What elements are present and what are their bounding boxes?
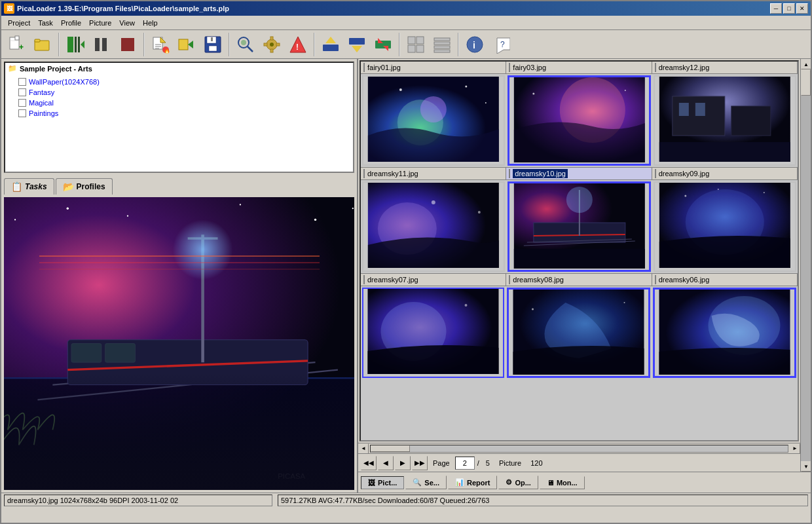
tab-tasks[interactable]: 📋 Tasks (4, 178, 54, 195)
thumb-dreamsky12[interactable] (654, 75, 796, 166)
thumb-fairy03[interactable] (507, 75, 652, 166)
thumb-dreamsky10-selected[interactable] (507, 181, 652, 272)
minimize-button[interactable]: ─ (770, 3, 782, 14)
status-right-text: 5971.27KB AVG:47.77KB/sec Downloaded:60/… (281, 496, 489, 504)
h-scroll-thumb[interactable] (371, 445, 410, 452)
save-button[interactable] (200, 32, 225, 57)
preview-area: PICASA (4, 197, 354, 490)
menu-profile[interactable]: Profile (57, 18, 85, 28)
tree-item-wallpaper[interactable]: WallPaper(1024X768) (8, 77, 350, 87)
upload-button[interactable] (318, 32, 343, 57)
restore-button[interactable]: □ (783, 3, 795, 14)
preview-image: PICASA (4, 197, 354, 490)
svg-rect-50 (434, 46, 450, 48)
thumb-dreamsky07[interactable] (362, 288, 504, 378)
svg-marker-9 (81, 41, 84, 48)
svg-text:!: ! (296, 43, 299, 52)
thumb-header-1-label: fairy03.jpg (513, 64, 546, 71)
bottom-tab-monitor[interactable]: 🖥 Mon... (540, 476, 585, 489)
v-scroll-down[interactable]: ▼ (801, 461, 811, 472)
menu-view[interactable]: View (115, 18, 139, 28)
profiles-tab-icon: 📂 (63, 181, 74, 192)
current-page-input[interactable] (455, 457, 475, 470)
svg-rect-48 (434, 38, 450, 41)
list-view-button[interactable] (430, 32, 454, 57)
svg-rect-41 (375, 41, 391, 48)
run-button[interactable] (63, 32, 88, 57)
svg-rect-51 (434, 50, 450, 52)
first-page-button[interactable]: ◀◀ (361, 456, 377, 470)
v-scroll-track[interactable] (801, 69, 811, 461)
svg-rect-62 (71, 344, 101, 363)
info-button[interactable]: i (462, 32, 487, 57)
tab-profiles[interactable]: 📂 Profiles (56, 178, 113, 195)
bottom-tab-pictures-icon: 🖼 (368, 479, 375, 487)
svg-rect-63 (105, 344, 136, 363)
svg-point-28 (241, 40, 246, 45)
svg-rect-88 (731, 106, 771, 136)
open-project-button[interactable] (30, 32, 55, 57)
bottom-tab-report[interactable]: 📊 Report (448, 476, 497, 489)
grid-view-button[interactable] (403, 32, 428, 57)
svg-point-104 (718, 189, 719, 190)
v-scroll-up[interactable]: ▲ (801, 59, 811, 69)
svg-rect-37 (323, 45, 339, 51)
download-button[interactable] (344, 32, 369, 57)
svg-marker-38 (325, 37, 336, 43)
profiles-tab-label: Profiles (77, 182, 105, 191)
edit-button[interactable]: 🔥 (148, 32, 173, 57)
search-button[interactable] (233, 32, 258, 57)
thumb-dreamsky08[interactable] (507, 288, 650, 378)
move-button[interactable] (174, 32, 199, 57)
h-scroll-right[interactable]: ► (790, 443, 800, 454)
settings-button[interactable] (259, 32, 284, 57)
tree-root[interactable]: 📁 Sample Project - Arts (5, 63, 353, 74)
svg-rect-32 (270, 49, 273, 52)
toolbar-sep-4 (314, 33, 315, 56)
checkbox-fantasy[interactable] (18, 88, 26, 96)
title-bar-controls: ─ □ ✕ (770, 3, 808, 14)
thumb-dreamsky09[interactable] (654, 181, 796, 272)
prev-page-button[interactable]: ◀ (378, 456, 394, 470)
thumb-area: fairy01.jpg fairy03.jpg dreamsky12.jpg (360, 60, 799, 441)
window-title: PicaLoader 1.39-E:\Program Files\PicaLoa… (17, 5, 229, 12)
svg-rect-87 (695, 103, 705, 116)
tree-item-fantasy[interactable]: Fantasy (8, 87, 350, 98)
checkbox-wallpaper[interactable] (18, 78, 26, 86)
last-page-button[interactable]: ▶▶ (412, 456, 428, 470)
tree-item-magical-label: Magical (29, 99, 54, 107)
bottom-tab-pictures[interactable]: 🖼 Pict... (361, 476, 404, 489)
thumb-header-2: dreamsky12.jpg (652, 62, 798, 73)
v-scroll-thumb[interactable] (801, 69, 811, 96)
h-scrollbar[interactable] (370, 445, 788, 453)
menu-project[interactable]: Project (4, 18, 34, 28)
menu-help[interactable]: Help (139, 18, 162, 28)
checkbox-magical[interactable] (18, 99, 26, 107)
checkbox-paintings[interactable] (18, 109, 26, 117)
tree-item-paintings[interactable]: Paintings (8, 108, 350, 119)
help-button[interactable]: ? (489, 32, 513, 57)
stop-button[interactable] (115, 32, 140, 57)
svg-point-70 (127, 215, 128, 217)
thumb-fairy01[interactable] (362, 75, 505, 166)
next-page-button[interactable]: ▶ (395, 456, 411, 470)
thumb-dreamsky06[interactable] (653, 288, 796, 378)
h-scroll-left[interactable]: ◄ (358, 443, 369, 454)
new-project-button[interactable]: + (4, 32, 29, 57)
svg-point-71 (240, 204, 241, 205)
close-button[interactable]: ✕ (796, 3, 808, 14)
delete-button[interactable]: ! (286, 32, 310, 57)
preview-svg: PICASA (4, 197, 354, 490)
svg-point-91 (432, 200, 435, 204)
tasks-tab-icon: 📋 (11, 181, 22, 192)
menu-task[interactable]: Task (34, 18, 57, 28)
bottom-tab-search[interactable]: 🔍 Se... (405, 476, 447, 489)
bottom-tab-options[interactable]: ⚙ Op... (498, 476, 538, 489)
left-panel: 📁 Sample Project - Arts WallPaper(1024X7… (1, 59, 358, 493)
thumb-dreamsky11[interactable] (362, 181, 505, 272)
refresh-button[interactable] (371, 32, 396, 57)
menu-picture[interactable]: Picture (85, 18, 115, 28)
pause-button[interactable] (89, 32, 114, 57)
tree-item-magical[interactable]: Magical (8, 98, 350, 108)
thumb-header-0: fairy01.jpg (361, 62, 506, 73)
